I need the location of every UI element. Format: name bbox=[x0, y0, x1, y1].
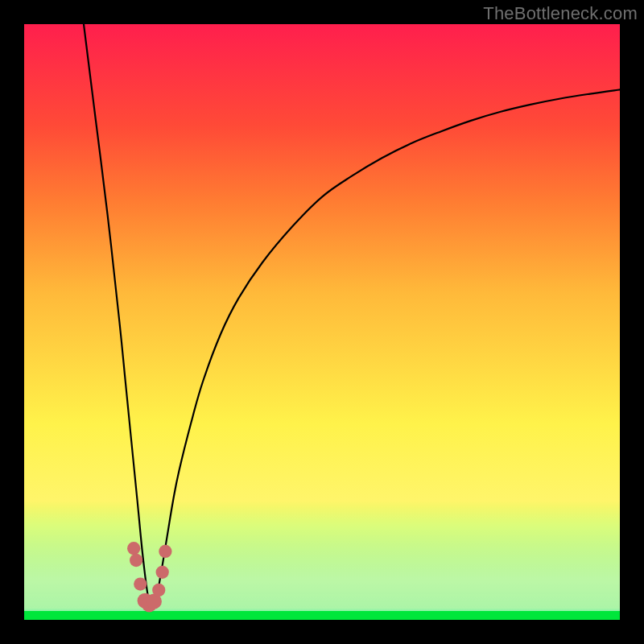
v-curve bbox=[84, 24, 620, 607]
marker-dot bbox=[130, 554, 142, 567]
marker-dot bbox=[156, 566, 169, 579]
curve-markers bbox=[127, 542, 172, 612]
marker-dot bbox=[134, 577, 147, 590]
plot-area bbox=[24, 24, 620, 620]
curve-svg bbox=[24, 24, 620, 620]
marker-dot bbox=[152, 584, 165, 597]
outer-frame: TheBottleneck.com bbox=[0, 0, 644, 644]
marker-dot bbox=[159, 545, 171, 558]
marker-dot bbox=[127, 542, 140, 555]
watermark-text: TheBottleneck.com bbox=[483, 3, 638, 24]
